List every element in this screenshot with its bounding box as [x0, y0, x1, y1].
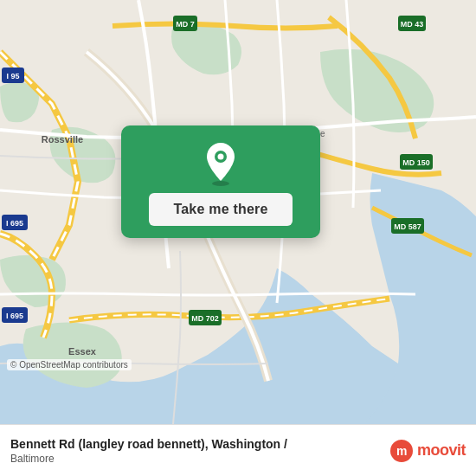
moovit-logo: m moovit [389, 439, 466, 463]
svg-text:Rossville: Rossville [42, 134, 83, 145]
svg-text:e: e [320, 129, 325, 138]
location-pin-icon [202, 141, 240, 186]
bottom-text: Bennett Rd (langley road bennett), Washi… [10, 436, 389, 464]
location-title: Bennett Rd (langley road bennett), Washi… [10, 436, 389, 452]
svg-point-22 [218, 154, 224, 160]
svg-text:MD 7: MD 7 [176, 20, 195, 29]
svg-text:MD 150: MD 150 [402, 158, 430, 167]
map-container: I 95 I 695 I 695 MD 7 MD 43 MD 702 MD 15… [0, 0, 476, 424]
svg-text:MD 587: MD 587 [394, 222, 421, 231]
location-subtitle: Baltimore [10, 453, 389, 465]
svg-text:I 695: I 695 [6, 219, 23, 228]
moovit-logo-text: moovit [417, 441, 466, 460]
svg-point-20 [212, 181, 229, 186]
svg-text:Essex: Essex [68, 346, 97, 357]
svg-text:MD 702: MD 702 [191, 314, 219, 323]
osm-credit: © OpenStreetMap contributors [7, 359, 132, 370]
svg-text:MD 43: MD 43 [401, 20, 424, 29]
svg-text:I 695: I 695 [6, 312, 23, 320]
svg-text:I 95: I 95 [6, 72, 19, 80]
svg-text:m: m [396, 444, 407, 458]
navigation-card: Take me there [121, 125, 320, 238]
take-me-there-button[interactable]: Take me there [149, 193, 292, 226]
bottom-bar: Bennett Rd (langley road bennett), Washi… [0, 424, 476, 476]
moovit-logo-icon: m [389, 439, 414, 463]
